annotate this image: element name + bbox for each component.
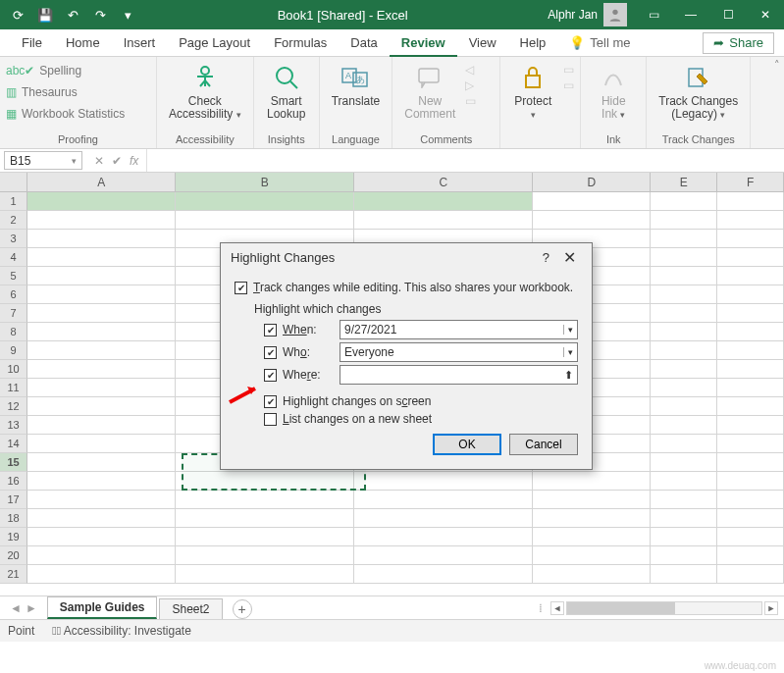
cell[interactable] xyxy=(533,211,651,230)
when-checkbox[interactable]: ✔ xyxy=(264,324,277,336)
cell[interactable] xyxy=(27,230,176,248)
cell[interactable] xyxy=(651,360,717,379)
select-all-corner[interactable] xyxy=(0,173,27,191)
cell[interactable] xyxy=(651,416,717,435)
cell[interactable] xyxy=(27,248,176,267)
sheet-tab-sheet2[interactable]: Sheet2 xyxy=(159,598,222,619)
cell[interactable] xyxy=(717,565,784,584)
maximize-icon[interactable]: ☐ xyxy=(709,0,747,29)
col-header-F[interactable]: F xyxy=(717,173,784,191)
cell[interactable] xyxy=(27,323,176,341)
cell[interactable] xyxy=(176,565,354,584)
row-header[interactable]: 14 xyxy=(0,435,27,453)
cell[interactable] xyxy=(354,528,533,546)
cell[interactable] xyxy=(176,472,354,491)
row-header[interactable]: 6 xyxy=(0,285,27,304)
redo-icon[interactable]: ↷ xyxy=(87,4,113,26)
cell[interactable] xyxy=(27,211,176,230)
row-header[interactable]: 18 xyxy=(0,509,27,528)
cell[interactable] xyxy=(651,491,717,509)
enter-formula-icon[interactable]: ✔ xyxy=(112,154,122,168)
cell[interactable] xyxy=(27,416,176,435)
row-header[interactable]: 1 xyxy=(0,192,27,211)
row-header[interactable]: 8 xyxy=(0,323,27,341)
cancel-formula-icon[interactable]: ✕ xyxy=(94,154,104,168)
row-header[interactable]: 15 xyxy=(0,453,27,472)
row-header[interactable]: 4 xyxy=(0,248,27,267)
cell[interactable] xyxy=(176,192,354,211)
undo-icon[interactable]: ↶ xyxy=(60,4,85,26)
where-range-input[interactable]: ⬆ xyxy=(340,365,578,385)
row-header[interactable]: 19 xyxy=(0,528,27,546)
cell[interactable] xyxy=(717,528,784,546)
tab-view[interactable]: View xyxy=(457,29,508,57)
cell[interactable] xyxy=(27,285,176,304)
thesaurus-button[interactable]: ▥Thesaurus xyxy=(6,82,125,102)
cell[interactable] xyxy=(717,211,784,230)
fx-icon[interactable]: fx xyxy=(130,154,138,168)
range-selector-icon[interactable]: ⬆ xyxy=(564,369,573,382)
row-header[interactable]: 2 xyxy=(0,211,27,230)
close-icon[interactable]: ✕ xyxy=(747,0,784,29)
cell[interactable] xyxy=(533,546,651,565)
cell[interactable] xyxy=(717,267,784,285)
cell[interactable] xyxy=(27,509,176,528)
cell[interactable] xyxy=(354,192,533,211)
cell[interactable] xyxy=(717,341,784,360)
track-changes-button[interactable]: Track Changes(Legacy) ▾ xyxy=(653,59,744,122)
row-header[interactable]: 17 xyxy=(0,491,27,509)
cell[interactable] xyxy=(533,528,651,546)
when-dropdown[interactable]: 9/27/2021 ▾ xyxy=(340,320,578,339)
where-checkbox[interactable]: ✔ xyxy=(264,369,277,382)
cell[interactable] xyxy=(533,491,651,509)
tab-file[interactable]: File xyxy=(10,29,54,57)
workbook-stats-button[interactable]: ▦Workbook Statistics xyxy=(6,104,125,124)
cell[interactable] xyxy=(27,528,176,546)
cell[interactable] xyxy=(176,211,354,230)
cell[interactable] xyxy=(717,230,784,248)
row-header[interactable]: 12 xyxy=(0,397,27,416)
cell[interactable] xyxy=(176,491,354,509)
cell[interactable] xyxy=(27,565,176,584)
cell[interactable] xyxy=(533,509,651,528)
cell[interactable] xyxy=(27,379,176,397)
cell[interactable] xyxy=(27,546,176,565)
spelling-button[interactable]: abc✔Spelling xyxy=(6,61,125,80)
hscrollbar[interactable] xyxy=(566,601,762,615)
tab-home[interactable]: Home xyxy=(54,29,112,57)
cell[interactable] xyxy=(717,379,784,397)
dialog-help-button[interactable]: ? xyxy=(535,250,557,265)
tellme-search[interactable]: 💡 Tell me xyxy=(557,29,642,57)
cell[interactable] xyxy=(717,546,784,565)
cell[interactable] xyxy=(651,397,717,416)
sheet-tab-sample-guides[interactable]: Sample Guides xyxy=(47,596,158,619)
autosave-icon[interactable]: ⟳ xyxy=(5,4,30,26)
cell[interactable] xyxy=(354,491,533,509)
row-header[interactable]: 3 xyxy=(0,230,27,248)
cell[interactable] xyxy=(27,192,176,211)
cell[interactable] xyxy=(651,546,717,565)
cell[interactable] xyxy=(717,285,784,304)
sheet-nav-next-icon[interactable]: ► xyxy=(26,601,37,615)
cell[interactable] xyxy=(651,435,717,453)
ok-button[interactable]: OK xyxy=(433,434,501,455)
cell[interactable] xyxy=(651,341,717,360)
cell[interactable] xyxy=(717,509,784,528)
cell[interactable] xyxy=(651,453,717,472)
cell[interactable] xyxy=(27,360,176,379)
tab-review[interactable]: Review xyxy=(390,29,457,57)
tab-insert[interactable]: Insert xyxy=(112,29,168,57)
status-accessibility[interactable]: ◯⃝ Accessibility: Investigate xyxy=(52,624,191,638)
cell[interactable] xyxy=(27,472,176,491)
hscroll-right-icon[interactable]: ► xyxy=(764,601,778,615)
cell[interactable] xyxy=(651,230,717,248)
cell[interactable] xyxy=(651,565,717,584)
cell[interactable] xyxy=(651,211,717,230)
name-box[interactable]: B15 ▾ xyxy=(4,151,82,170)
ribbon-display-icon[interactable]: ▭ xyxy=(635,0,672,29)
who-dropdown[interactable]: Everyone ▾ xyxy=(340,342,578,362)
dialog-close-button[interactable]: ✕ xyxy=(557,248,582,267)
cell[interactable] xyxy=(533,565,651,584)
cell[interactable] xyxy=(533,192,651,211)
col-header-C[interactable]: C xyxy=(354,173,533,191)
